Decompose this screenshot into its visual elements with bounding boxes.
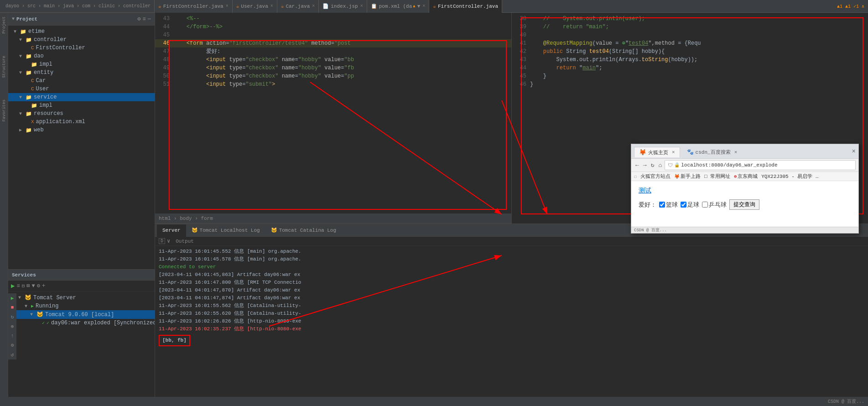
bookmark-3[interactable]: □ 常用网址 (704, 173, 730, 180)
stop-icon[interactable]: ■ (11, 305, 14, 310)
tree-label-dao-impl: impl (39, 61, 52, 68)
url-text[interactable]: localhost:8080/day06_war_explode (681, 162, 777, 168)
tab-firstcontroller2[interactable]: ☕ FirstController.java (429, 0, 502, 13)
tree-resources[interactable]: ▼ 📁 resources (8, 109, 155, 118)
tab-pom-xml[interactable]: 📋 pom.xml (da ▲ ▼ × (367, 0, 430, 13)
tree-label-app-xml: application.xml (36, 119, 85, 125)
tab-tomcat-catalina[interactable]: 🐱 Tomcat Catalina Log (265, 224, 342, 237)
tree-label-service: service (34, 94, 57, 100)
code-line-r41: 41 @RequestMapping(value = ⊕"test04",met… (512, 39, 868, 47)
output-content[interactable]: 11-Apr-2023 16:01:45.552 信息 [main] org.a… (155, 246, 868, 397)
tab-close-3-icon[interactable]: × (312, 4, 315, 9)
browser-window-close[interactable]: × (852, 148, 856, 157)
structure-vertical-tab[interactable]: Structure (2, 54, 6, 80)
tab-close-2-icon[interactable]: × (270, 4, 273, 9)
services-label: Services (12, 272, 36, 278)
back-icon[interactable]: ← (634, 162, 640, 169)
code-area-left[interactable]: 43 <%-- 44 </form>--%> 45 46 (155, 13, 511, 213)
services-tree-running[interactable]: ▼ ▶ Running (16, 302, 155, 310)
log-line-7: 11-Apr-2023 16:01:55.562 信息 [Catalina-ut… (159, 302, 864, 310)
checkbox-pingpong[interactable]: 乒乓球 (702, 201, 727, 209)
bookmark-1[interactable]: 火狐官方站点 (640, 173, 670, 180)
build-icon[interactable]: ⊕ (11, 323, 14, 329)
output-toolbar: D ∨ Output (155, 237, 868, 246)
project-vertical-tab[interactable]: Project (2, 15, 6, 36)
bookmark-5[interactable]: YQX22J305 - 易启学 … (761, 173, 818, 180)
url-bar-container[interactable]: 🛡 🔒 localhost:8080/day06_war_explode (665, 160, 856, 170)
submit-button[interactable]: 提交查询 (729, 199, 759, 210)
browser-nav-bar: ← → ↻ ⌂ 🛡 🔒 localhost:8080/day06_war_exp… (631, 159, 858, 172)
gear-icon[interactable]: ⚙ (137, 16, 140, 22)
tab-bar: dayoo › src › main › java › com › clinic… (0, 0, 868, 13)
close-panel-icon[interactable]: — (148, 16, 151, 22)
browser-tab-1[interactable]: 🦊 火狐主页 × (634, 147, 680, 157)
align-icon[interactable]: ≡ (16, 283, 20, 289)
settings-icon[interactable]: ⚙ (37, 282, 40, 289)
xml-icon: 📋 (371, 3, 377, 9)
form-label: 爱好： (639, 201, 656, 209)
tree-controller[interactable]: ▼ 📁 controller (8, 36, 155, 44)
tree-etime[interactable]: ▼ 📁 etime (8, 27, 155, 36)
firefox-icon: 🦊 (639, 149, 646, 156)
config-icon[interactable]: ⚙ (11, 342, 14, 348)
services-tree-tomcat-local[interactable]: ▼ 🐱 Tomcat 9.0.60 [local] (16, 310, 155, 319)
log-line-10: 11-Apr-2023 16:02:35.237 信息 [http-nio-80… (159, 325, 864, 333)
jsp-icon: 📄 (322, 3, 329, 9)
checkbox-soccer[interactable]: 足球 (681, 201, 699, 209)
java-icon: ☕ (158, 3, 161, 9)
debug-icon[interactable]: ▶ (11, 295, 14, 301)
pingpong-label: 乒乓球 (709, 201, 727, 209)
reload-icon[interactable]: ↻ (11, 314, 14, 320)
checkbox-pingpong-input[interactable] (702, 202, 708, 208)
tab-user[interactable]: ☕ User.java × (233, 0, 277, 13)
tree-car[interactable]: C Car (8, 77, 155, 85)
tree-web[interactable]: ▶ 📁 web (8, 126, 155, 134)
group-icon[interactable]: ⊞ (26, 282, 30, 289)
refresh-icon[interactable]: ↻ (650, 161, 656, 169)
tab-close-icon[interactable]: × (226, 4, 229, 9)
tab-firstcontroller1[interactable]: ☕ FirstController.java × (155, 0, 233, 13)
tree-dao[interactable]: ▼ 📁 dao (8, 52, 155, 60)
tab-index-jsp[interactable]: 📄 index.jsp × (319, 0, 367, 13)
favorites-vertical-tab[interactable]: Favorites (2, 98, 6, 124)
tree-app-xml[interactable]: X application.xml (8, 118, 155, 126)
tree-service-impl[interactable]: 📁 impl (8, 101, 155, 109)
collapse-all-icon[interactable]: ⊟ (22, 283, 25, 289)
tree-service[interactable]: ▼ 📁 service (8, 93, 155, 101)
tree-user[interactable]: C User (8, 85, 155, 93)
tree-firstcontroller[interactable]: C FirstController (8, 44, 155, 52)
bottom-area: Server 🐱 Tomcat Localhost Log 🐱 Tomcat C… (155, 224, 868, 397)
bookmark-4[interactable]: ⊕ 京东商城 (734, 173, 758, 180)
tab-close-4-icon[interactable]: × (360, 4, 363, 9)
tab-tomcat-localhost[interactable]: 🐱 Tomcat Localhost Log (186, 224, 265, 237)
warning-count: ▲1 ▲1 ✓1 ∧ (837, 4, 864, 9)
checkbox-basketball[interactable]: 篮球 (659, 201, 678, 209)
java-icon2: ☕ (236, 3, 239, 9)
tree-dao-impl[interactable]: 📁 impl (8, 60, 155, 68)
browser-tab-2[interactable]: 🐾 csdn_百度搜索 × (682, 147, 743, 157)
test-link[interactable]: 测试 (639, 187, 851, 195)
checkbox-basketball-input[interactable] (659, 202, 665, 208)
filter-icon[interactable]: ▼ (32, 283, 35, 289)
services-tree-deploy[interactable]: ✓ ✓ day06:war exploded [Synchronized] (16, 319, 155, 327)
home-icon[interactable]: ⌂ (657, 162, 663, 169)
tree-entity[interactable]: ▼ 📁 entity (8, 68, 155, 77)
tree-label-service-impl: impl (39, 102, 52, 109)
output-expand-icon[interactable]: ∨ (167, 238, 170, 245)
checkbox-soccer-input[interactable] (681, 202, 686, 208)
sync-icon[interactable]: ↺ (11, 352, 14, 358)
tab-car[interactable]: ☕ Car.java × (277, 0, 319, 13)
services-tree-tomcat[interactable]: ▼ 🐱 Tomcat Server (16, 293, 155, 302)
log-line-2: 11-Apr-2023 16:01:45.578 信息 [main] org.a… (159, 255, 864, 263)
browser-tab1-close[interactable]: × (672, 150, 675, 155)
run-icon[interactable]: ▶ (11, 282, 15, 290)
bookmark-2[interactable]: 🦊 新手上路 (674, 173, 701, 180)
add-icon[interactable]: + (42, 283, 45, 289)
tab-close-5-icon[interactable]: × (422, 4, 425, 9)
forward-icon[interactable]: → (642, 162, 648, 169)
tab-server[interactable]: Server (157, 224, 186, 237)
deploy-icon[interactable]: ↑ (11, 333, 14, 338)
browser-tab2-close[interactable]: × (734, 150, 738, 155)
collapse-icon[interactable]: ≡ (143, 16, 146, 22)
code-line-45: 45 (155, 31, 511, 39)
